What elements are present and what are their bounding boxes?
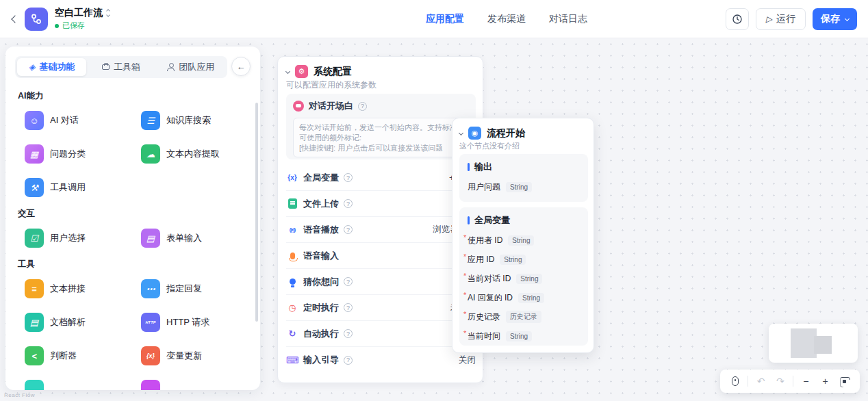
zoom-out-button[interactable]: − [799,374,813,388]
http-request-icon: HTTP [141,313,160,332]
back-icon[interactable] [11,15,18,23]
list-item-partial[interactable] [141,380,248,390]
node-title: 流程开始 [487,127,525,140]
global-var-item: 当前时间 String [468,326,580,346]
pointer-mode-button[interactable] [728,374,742,388]
row-tts[interactable]: ((•)) 语音播放 浏览器自带 [286,217,476,243]
run-button[interactable]: ▷ 运行 [756,8,806,30]
gear-icon: ⚙ [295,65,308,78]
tool-call-icon: ⚒ [25,178,44,197]
top-actions: ▷ 运行 保存 [726,8,868,30]
opening-label: 对话开场白 [309,100,353,112]
library-list: AI能力 ☺ AI 对话 ☰ 知识库搜索 ▦ 问题分类 ☁ 文本内容提取 [18,85,248,390]
variable-icon: {x} [286,174,298,181]
timer-icon: ◷ [286,302,298,313]
flow-start-node[interactable]: ◉ 流程开始 这个节点没有介绍 输出 用户问题 String 全局变量 使用者 … [452,118,594,353]
panel-scrollbar[interactable] [255,103,258,322]
help-icon[interactable] [344,199,353,208]
zoom-in-button[interactable]: + [819,374,832,388]
saved-dot-icon [55,24,59,28]
section-title-interact: 交互 [18,208,248,220]
opening-textarea[interactable]: 每次对话开始前，发送一个初始内容。支持标准 Markdown 语法， 可使用的额… [293,118,469,157]
classify-grid-icon: ▦ [25,144,44,164]
history-button[interactable] [726,8,749,30]
row-global-variables[interactable]: {x} 全局变量 + [286,165,476,191]
collapse-node-icon[interactable] [285,69,290,74]
row-voice-input[interactable]: 语音输入 [286,243,476,269]
fit-view-button[interactable] [838,374,852,388]
list-item-classify[interactable]: ▦ 问题分类 [25,144,134,164]
tab-chat-logs[interactable]: 对话日志 [549,13,587,25]
redo-button[interactable]: ↷ [774,374,787,388]
global-var-item: 当前对话 ID String [468,269,580,288]
play-icon: ▷ [766,14,772,24]
help-icon[interactable] [358,102,367,111]
microphone-icon [286,253,298,259]
undo-button[interactable]: ↶ [754,374,768,388]
global-var-item: AI 回复的 ID String [468,288,580,307]
form-input-icon: ▤ [141,229,160,248]
list-item-extract[interactable]: ☁ 文本内容提取 [141,144,248,164]
plug-icon: ◉ [468,127,481,140]
tab-publish-channel[interactable]: 发布渠道 [487,13,526,25]
section-title-tools: 工具 [18,259,248,270]
list-item-condition[interactable]: < 判断器 [25,346,134,365]
tab-team-apps[interactable]: 团队应用 [156,58,225,76]
list-item-user-select[interactable]: ☑ 用户选择 [25,229,134,248]
var-update-icon: {x} [141,346,160,365]
list-item-doc-parse[interactable]: ▤ 文档解析 [25,313,134,332]
node-header: ◉ 流程开始 [459,127,525,140]
list-item-kb-search[interactable]: ☰ 知识库搜索 [141,111,248,130]
help-icon[interactable] [344,303,353,312]
save-button[interactable]: 保存 [813,8,857,30]
minimap-node-rect [814,336,832,354]
node-header: ⚙ 系统配置 [286,65,352,78]
help-icon[interactable] [344,356,353,365]
global-var-item: 历史记录 历史记录 [468,307,580,326]
type-badge: String [518,293,544,303]
tab-basic-features[interactable]: ◈ 基础功能 [17,58,86,76]
canvas-control-bar: ↶ ↷ − + [720,370,860,393]
list-item-text-concat[interactable]: ≡ 文本拼接 [25,279,134,298]
clock-icon [732,14,743,25]
rename-chevron-icon[interactable] [107,10,110,16]
collapse-panel-button[interactable]: ← [231,57,251,76]
tab-app-config[interactable]: 应用配置 [426,13,464,25]
row-question-guess[interactable]: 猜你想问 [286,269,476,295]
row-file-upload[interactable]: 文件上传 [286,191,476,217]
help-icon[interactable] [344,277,353,286]
global-variables-card: 全局变量 使用者 ID String 应用 ID String 当前对话 ID … [459,207,588,346]
blue-bar-icon [468,216,470,224]
robot-icon: ☺ [25,111,44,130]
blue-bar-icon [468,163,470,171]
help-icon[interactable] [344,173,353,182]
list-item-partial[interactable] [25,380,134,390]
list-item-var-update[interactable]: {x} 变量更新 [141,346,248,365]
clipped-icon [25,380,44,390]
input-guide-value: 关闭 [459,354,476,366]
minus-icon: − [803,376,808,387]
list-item-http-request[interactable]: HTTP HTTP 请求 [141,313,248,332]
cube-icon: ◈ [29,63,35,71]
help-icon[interactable] [344,329,353,338]
row-auto-run[interactable]: ↻ 自动执行 [286,321,476,347]
minimap[interactable] [769,324,858,363]
collapse-node-icon[interactable] [459,131,463,135]
list-item-ai-chat[interactable]: ☺ AI 对话 [25,111,134,130]
opening-section: 对话开场白 每次对话开始前，发送一个初始内容。支持标准 Markdown 语法，… [286,94,476,159]
row-input-guide[interactable]: ⌨ 输入引导 关闭 [286,347,476,373]
sound-wave-icon: ((•)) [286,227,298,233]
plus-icon: + [823,376,828,387]
section-title-ai: AI能力 [18,90,248,102]
type-badge: String [516,274,542,284]
global-var-item: 使用者 ID String [468,231,580,250]
list-item-reply[interactable]: ⋯ 指定回复 [141,279,248,298]
list-item-tool-call[interactable]: ⚒ 工具调用 [25,178,134,197]
row-scheduled-run[interactable]: ◷ 定时执行 未开启 [286,295,476,321]
condition-icon: < [25,346,44,365]
page-title: 空白工作流 [55,7,103,19]
chevron-down-icon [845,16,850,21]
list-item-form-input[interactable]: ▤ 表单输入 [141,229,248,248]
tab-toolbox[interactable]: 工具箱 [86,58,155,76]
help-icon[interactable] [344,225,353,234]
